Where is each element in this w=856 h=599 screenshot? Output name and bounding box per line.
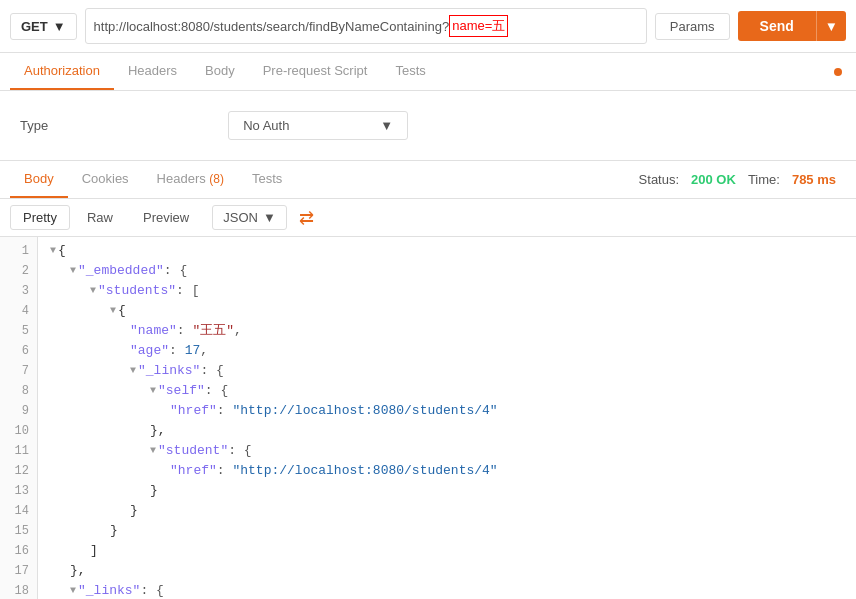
time-label: Time: — [748, 172, 780, 187]
code-line-7: ▼"_links": { — [50, 361, 844, 381]
auth-type-select[interactable]: No Auth ▼ — [228, 111, 408, 140]
tab-tests[interactable]: Tests — [238, 161, 296, 198]
auth-type-chevron-icon: ▼ — [380, 118, 393, 133]
orange-dot-icon — [834, 68, 842, 76]
tab-cookies[interactable]: Cookies — [68, 161, 143, 198]
request-bar: GET ▼ http://localhost:8080/students/sea… — [0, 0, 856, 53]
send-btn-group: Send ▼ — [738, 11, 846, 41]
json-label: JSON — [223, 210, 258, 225]
tab-prerequest[interactable]: Pre-request Script — [249, 53, 382, 90]
code-area[interactable]: 1 2 3 4 5 6 7 8 9 10 11 12 13 14 15 16 1… — [0, 237, 856, 599]
code-line-12: "href": "http://localhost:8080/students/… — [50, 461, 844, 481]
fold-1[interactable]: ▼ — [50, 241, 56, 261]
raw-button[interactable]: Raw — [74, 205, 126, 230]
fold-18[interactable]: ▼ — [70, 581, 76, 599]
fold-11[interactable]: ▼ — [150, 441, 156, 461]
code-content: ▼{ ▼"_embedded": { ▼"students": [ ▼{ "na… — [38, 237, 856, 599]
pretty-button[interactable]: Pretty — [10, 205, 70, 230]
time-value: 785 ms — [792, 172, 836, 187]
code-line-15: } — [50, 521, 844, 541]
url-param: name=五 — [449, 15, 508, 37]
url-display[interactable]: http://localhost:8080/students/search/fi… — [86, 9, 646, 43]
response-tabs: Body Cookies Headers (8) Tests Status: 2… — [0, 161, 856, 199]
bottom-panel: Body Cookies Headers (8) Tests Status: 2… — [0, 161, 856, 599]
format-bar: Pretty Raw Preview JSON ▼ ⇄ — [0, 199, 856, 237]
tab-body[interactable]: Body — [191, 53, 249, 90]
code-line-3: ▼"students": [ — [50, 281, 844, 301]
tab-body[interactable]: Body — [10, 161, 68, 198]
fold-3[interactable]: ▼ — [90, 281, 96, 301]
method-select[interactable]: GET ▼ — [10, 13, 77, 40]
json-select[interactable]: JSON ▼ — [212, 205, 287, 230]
method-chevron-icon: ▼ — [53, 19, 66, 34]
code-line-8: ▼"self": { — [50, 381, 844, 401]
url-prefix: http://localhost:8080/students/search/fi… — [94, 19, 450, 34]
method-label: GET — [21, 19, 48, 34]
auth-type-label: Type — [20, 118, 48, 133]
tab-tests-auth[interactable]: Tests — [381, 53, 439, 90]
tab-headers[interactable]: Headers — [114, 53, 191, 90]
status-label: Status: — [639, 172, 679, 187]
code-line-6: "age": 17, — [50, 341, 844, 361]
code-line-4: ▼{ — [50, 301, 844, 321]
tab-headers[interactable]: Headers (8) — [143, 161, 238, 198]
fold-7[interactable]: ▼ — [130, 361, 136, 381]
url-input-wrapper: http://localhost:8080/students/search/fi… — [85, 8, 647, 44]
headers-badge: (8) — [209, 172, 224, 186]
code-line-9: "href": "http://localhost:8080/students/… — [50, 401, 844, 421]
code-line-10: }, — [50, 421, 844, 441]
code-line-13: } — [50, 481, 844, 501]
send-button[interactable]: Send — [738, 11, 816, 41]
auth-tabs: Authorization Headers Body Pre-request S… — [0, 53, 856, 91]
code-line-18: ▼"_links": { — [50, 581, 844, 599]
wrap-icon[interactable]: ⇄ — [299, 207, 314, 229]
params-button[interactable]: Params — [655, 13, 730, 40]
code-line-1: ▼{ — [50, 241, 844, 261]
send-dropdown-button[interactable]: ▼ — [816, 11, 846, 41]
code-line-16: ] — [50, 541, 844, 561]
code-line-2: ▼"_embedded": { — [50, 261, 844, 281]
code-line-5: "name": "王五", — [50, 321, 844, 341]
code-line-11: ▼"student": { — [50, 441, 844, 461]
response-status: Status: 200 OK Time: 785 ms — [639, 172, 846, 187]
status-code: 200 OK — [691, 172, 736, 187]
code-lines: 1 2 3 4 5 6 7 8 9 10 11 12 13 14 15 16 1… — [0, 237, 856, 599]
line-numbers: 1 2 3 4 5 6 7 8 9 10 11 12 13 14 15 16 1… — [0, 237, 38, 599]
tab-authorization[interactable]: Authorization — [10, 53, 114, 90]
fold-2[interactable]: ▼ — [70, 261, 76, 281]
fold-8[interactable]: ▼ — [150, 381, 156, 401]
fold-4[interactable]: ▼ — [110, 301, 116, 321]
code-line-17: }, — [50, 561, 844, 581]
preview-button[interactable]: Preview — [130, 205, 202, 230]
response-tabs-left: Body Cookies Headers (8) Tests — [10, 161, 296, 198]
json-chevron-icon: ▼ — [263, 210, 276, 225]
auth-type-value: No Auth — [243, 118, 289, 133]
code-line-14: } — [50, 501, 844, 521]
auth-type-row: Type No Auth ▼ — [0, 91, 856, 161]
